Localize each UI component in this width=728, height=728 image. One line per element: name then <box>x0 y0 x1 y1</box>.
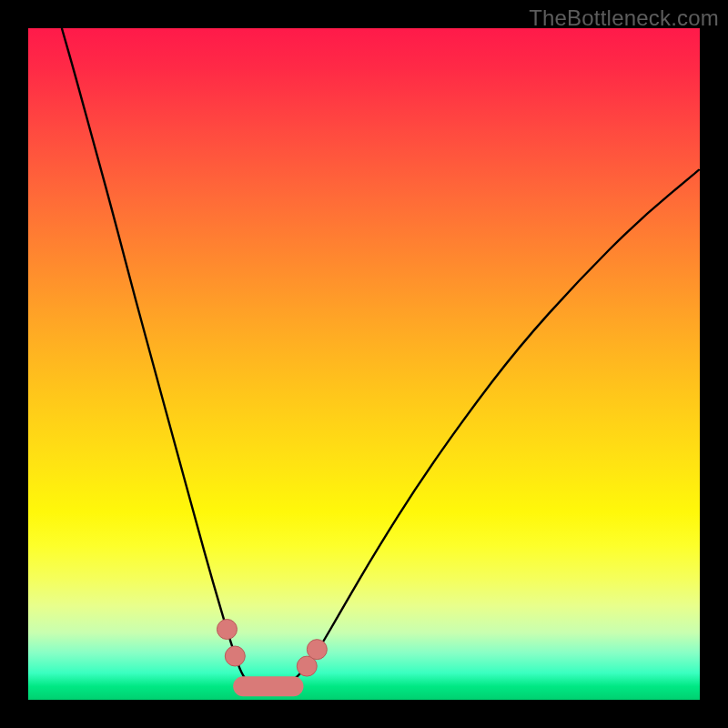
chart-frame: TheBottleneck.com <box>0 0 728 728</box>
chart-plot-area <box>28 28 700 700</box>
watermark-text: TheBottleneck.com <box>529 5 719 31</box>
curve-marker <box>225 646 245 666</box>
bottleneck-curve <box>28 28 700 700</box>
curve-marker <box>217 620 237 640</box>
curve-marker <box>307 640 327 660</box>
